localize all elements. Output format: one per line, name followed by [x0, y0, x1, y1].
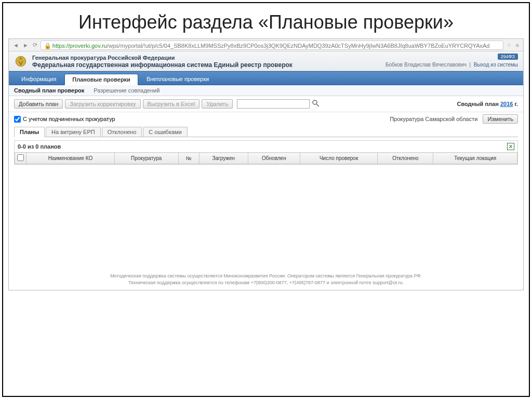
bookmark-star-icon[interactable]: ☆	[506, 42, 513, 48]
col-prosecution[interactable]: Прокуратура	[114, 153, 178, 164]
header-title-2: Федеральная государственная информационн…	[32, 61, 292, 69]
url-host: https://proverki.gov.ru	[52, 43, 107, 49]
col-location[interactable]: Текущая локация	[433, 153, 517, 164]
lock-icon: 🔒	[44, 43, 51, 49]
year-link[interactable]: 2016	[500, 101, 513, 107]
url-path: /wps/myportal/!ut/p/c5/04_SB8K8xLLM9MSSz…	[107, 43, 490, 49]
slide-title: Интерфейс раздела «Плановые проверки»	[3, 3, 529, 38]
inner-tab-erp[interactable]: На витрину ЕРП	[46, 127, 101, 137]
footer: Методическая поддержка системы осуществл…	[9, 269, 523, 290]
table-header-row: Наименование КО Прокуратура № Загружен О…	[15, 153, 517, 164]
search-icon[interactable]	[312, 99, 320, 109]
nav-back-icon[interactable]: ◄	[12, 42, 20, 48]
inner-tab-plans[interactable]: Планы	[14, 127, 45, 137]
user-name: Бобков Владислав Вячеславович	[385, 62, 467, 68]
load-correction-button[interactable]: Загрузить корректировку	[65, 99, 140, 109]
emblem-icon	[14, 55, 28, 68]
inner-tab-strip: Планы На витрину ЕРП Отклонено С ошибкам…	[14, 127, 518, 137]
sub-tab-strip: Сводный план проверок Разрешение совпаде…	[9, 85, 523, 96]
svg-line-2	[316, 104, 319, 107]
app-header: Генеральная прокуратура Российской Федер…	[9, 51, 523, 71]
subtab-duplicates[interactable]: Разрешение совпадений	[94, 87, 159, 94]
col-name[interactable]: Наименование КО	[26, 153, 115, 164]
svg-point-1	[313, 100, 317, 104]
export-excel-button[interactable]: Выгрузить в Excel	[143, 99, 200, 109]
inner-tab-rejected[interactable]: Отклонено	[102, 127, 142, 137]
col-uploaded[interactable]: Загружен	[199, 153, 248, 164]
row-count-label: 0-0 из 0 планов	[18, 143, 61, 150]
menu-icon[interactable]: ≡	[515, 42, 520, 48]
delete-button[interactable]: Удалить	[202, 99, 233, 109]
subtab-summary-plan[interactable]: Сводный план проверок	[14, 87, 84, 94]
search-input[interactable]	[237, 99, 310, 109]
col-number[interactable]: №	[178, 153, 199, 164]
data-grid: 0-0 из 0 планов X Наименование КО Прокур…	[14, 140, 518, 165]
tab-planned[interactable]: Плановые проверки	[64, 74, 138, 85]
main-tab-strip: Информация Плановые проверки Внеплановые…	[9, 71, 523, 85]
include-subordinate-label: С учетом подчиненных прокуратур	[23, 116, 115, 122]
excel-export-icon[interactable]: X	[507, 143, 514, 150]
browser-window: ◄ ► ⟳ 🔒https://proverki.gov.ru/wps/mypor…	[8, 38, 524, 290]
change-org-button[interactable]: Изменить	[483, 114, 518, 124]
col-checks[interactable]: Число проверок	[300, 153, 378, 164]
inner-tab-errors[interactable]: С ошибками	[143, 127, 187, 137]
col-updated[interactable]: Обновлен	[248, 153, 300, 164]
footer-line-2: Техническая поддержка осуществляется по …	[19, 280, 513, 286]
footer-line-1: Методическая поддержка системы осуществл…	[19, 273, 513, 280]
tab-info[interactable]: Информация	[14, 74, 63, 85]
nav-reload-icon[interactable]: ⟳	[32, 42, 38, 48]
add-plan-button[interactable]: Добавить план	[14, 99, 63, 109]
browser-address-bar: ◄ ► ⟳ 🔒https://proverki.gov.ru/wps/mypor…	[9, 39, 523, 51]
include-subordinate-checkbox[interactable]	[14, 116, 21, 123]
options-row: С учетом подчиненных прокуратур Прокурат…	[9, 112, 523, 127]
tab-unplanned[interactable]: Внеплановые проверки	[139, 74, 216, 85]
law-badge: 294ФЗ	[498, 54, 518, 60]
header-title-1: Генеральная прокуратура Российской Федер…	[32, 55, 292, 61]
logout-link[interactable]: Выход из системы	[474, 62, 518, 68]
nav-forward-icon[interactable]: ►	[22, 42, 30, 48]
summary-year-label: Сводный план 2016 г.	[457, 101, 518, 107]
url-input[interactable]: 🔒https://proverki.gov.ru/wps/myportal/!u…	[41, 41, 503, 50]
col-rejected[interactable]: Отклонено	[378, 153, 433, 164]
organization-name: Прокуратура Самарской области	[390, 116, 477, 122]
select-all-checkbox[interactable]	[17, 154, 24, 161]
toolbar: Добавить план Загрузить корректировку Вы…	[9, 96, 523, 112]
